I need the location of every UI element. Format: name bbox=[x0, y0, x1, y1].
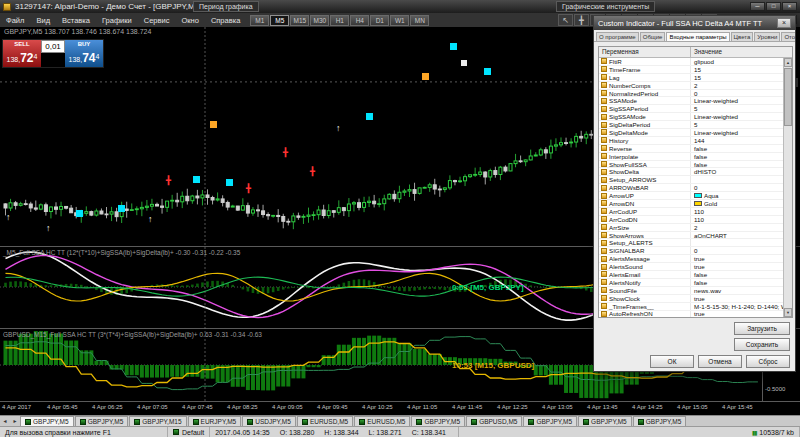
param-row[interactable]: ArrowDNGold bbox=[599, 200, 792, 208]
sell-button[interactable]: SELL 138,724 bbox=[3, 40, 41, 67]
chart-tab[interactable]: EURJPY,M5 bbox=[188, 416, 242, 426]
param-row[interactable]: ArrCodUP110 bbox=[599, 208, 792, 216]
menu-item[interactable]: Вид bbox=[30, 16, 56, 25]
dialog-tab[interactable]: Отображение bbox=[781, 32, 795, 41]
cursor-icon[interactable]: ↖ bbox=[558, 14, 573, 26]
param-value-cell[interactable]: false bbox=[691, 161, 792, 168]
param-value-cell[interactable]: 0 bbox=[691, 90, 792, 97]
tab-scroll-right-icon[interactable]: ► bbox=[10, 416, 20, 426]
param-value-cell[interactable]: glipuod bbox=[691, 58, 792, 65]
menu-item[interactable]: Справка bbox=[205, 16, 246, 25]
param-row[interactable]: AlertsNotifyfalse bbox=[599, 279, 792, 287]
param-value-cell[interactable]: 15 bbox=[691, 74, 792, 81]
param-value-cell[interactable]: 5 bbox=[691, 105, 792, 112]
param-row[interactable]: ARROWsBAR0 bbox=[599, 184, 792, 192]
param-row[interactable]: Interpolatefalse bbox=[599, 153, 792, 161]
param-row[interactable]: AlertsEmailfalse bbox=[599, 271, 792, 279]
param-value-cell[interactable]: 15 bbox=[691, 66, 792, 73]
profile-selector[interactable]: Default bbox=[168, 427, 210, 437]
dialog-tab[interactable]: Входные параметры bbox=[666, 32, 729, 41]
period-button-m1[interactable]: M1 bbox=[250, 15, 269, 26]
param-row[interactable]: History144 bbox=[599, 137, 792, 145]
crosshair-icon[interactable]: ╋ bbox=[574, 14, 589, 26]
reset-button[interactable]: Сброс bbox=[746, 355, 790, 368]
param-row[interactable]: Reversefalse bbox=[599, 145, 792, 153]
chart-tab[interactable]: GBPJPY,M5 bbox=[578, 416, 632, 426]
param-value-cell[interactable] bbox=[691, 239, 792, 246]
period-button-m30[interactable]: M30 bbox=[310, 15, 329, 26]
buy-button[interactable]: BUY 138,744 bbox=[65, 40, 103, 67]
param-value-cell[interactable]: true bbox=[691, 263, 792, 270]
window-maximize-icon[interactable]: □ bbox=[766, 2, 781, 11]
menu-item[interactable]: Графики bbox=[96, 16, 138, 25]
scroll-down-icon[interactable]: ▼ bbox=[784, 308, 792, 317]
param-row[interactable]: ShowFullSSAfalse bbox=[599, 161, 792, 169]
window-close-icon[interactable]: × bbox=[782, 2, 797, 11]
param-value-cell[interactable]: 2 bbox=[691, 82, 792, 89]
param-value-cell[interactable]: 110 bbox=[691, 216, 792, 223]
param-value-cell[interactable]: false bbox=[691, 145, 792, 152]
chart-tab[interactable]: GBPJPY,M5 bbox=[523, 416, 577, 426]
param-value-cell[interactable]: false bbox=[691, 153, 792, 160]
param-value-cell[interactable]: 0 bbox=[691, 184, 792, 191]
table-scrollbar[interactable]: ▲ ▼ bbox=[783, 58, 792, 317]
param-row[interactable]: SIGNALBAR0 bbox=[599, 247, 792, 255]
param-value-cell[interactable]: true bbox=[691, 255, 792, 262]
period-button-h1[interactable]: H1 bbox=[330, 15, 349, 26]
param-value-cell[interactable]: Linear-weighted bbox=[691, 97, 792, 104]
param-row[interactable]: SigDeltaModeLinear-weighted bbox=[599, 129, 792, 137]
param-value-cell[interactable]: 5 bbox=[691, 121, 792, 128]
param-value-cell[interactable]: news.wav bbox=[691, 287, 792, 294]
save-button[interactable]: Сохранить bbox=[734, 338, 790, 351]
param-row[interactable]: NumberComps2 bbox=[599, 82, 792, 90]
param-row[interactable]: Setup_ALERTS bbox=[599, 239, 792, 247]
lot-size-input[interactable]: 0,01 bbox=[41, 40, 65, 53]
chart-tab[interactable]: EURUSD,M5 bbox=[297, 416, 353, 426]
param-value-cell[interactable]: Gold bbox=[691, 200, 792, 207]
dialog-tab[interactable]: Общие bbox=[640, 32, 666, 41]
param-row[interactable]: SoundFilenews.wav bbox=[599, 287, 792, 295]
param-value-cell[interactable]: 0 bbox=[691, 247, 792, 254]
param-row[interactable]: _TimeFrames__M-1-5-15-30; H-1-240; D-144… bbox=[599, 303, 792, 311]
param-value-cell[interactable]: M-1-5-15-30; H-1-240; D-1440; W-... bbox=[691, 303, 792, 310]
param-value-cell[interactable]: false bbox=[691, 279, 792, 286]
param-value-cell[interactable]: true bbox=[691, 311, 792, 318]
param-value-cell[interactable]: Linear-weighted bbox=[691, 113, 792, 120]
window-minimize-icon[interactable]: ─ bbox=[750, 2, 765, 11]
param-value-cell[interactable]: true bbox=[691, 295, 792, 302]
dialog-close-icon[interactable]: × bbox=[777, 18, 791, 28]
dialog-titlebar[interactable]: Custom Indicator - Full SSA HC Delta A4 … bbox=[594, 16, 795, 30]
period-button-m15[interactable]: M15 bbox=[290, 15, 309, 26]
chart-tab[interactable]: GBPJPY,M5 bbox=[75, 416, 129, 426]
ok-button[interactable]: ОК bbox=[650, 355, 694, 368]
param-row[interactable]: ArrSize2 bbox=[599, 224, 792, 232]
menu-item[interactable]: Вставка bbox=[56, 16, 96, 25]
param-value-cell[interactable]: 2 bbox=[691, 224, 792, 231]
connection-status[interactable]: ▮▮ 10538/7 kb bbox=[747, 427, 800, 437]
load-button[interactable]: Загрузить bbox=[734, 322, 790, 335]
param-row[interactable]: NormalizedPeriod0 bbox=[599, 90, 792, 98]
chart-tab[interactable]: GBPJPY,M15 bbox=[129, 416, 186, 426]
param-row[interactable]: SigSSAModeLinear-weighted bbox=[599, 113, 792, 121]
param-row[interactable]: ShowArrowsaOnCHART bbox=[599, 232, 792, 240]
tab-scroll-left-icon[interactable]: ◄ bbox=[0, 416, 10, 426]
chart-tab[interactable]: GBPJPY,M5 bbox=[411, 416, 465, 426]
menu-item[interactable]: Файл bbox=[0, 16, 30, 25]
period-toolbar-caption[interactable]: Период графика bbox=[193, 1, 259, 12]
cancel-button[interactable]: Отмена bbox=[698, 355, 742, 368]
param-row[interactable]: ArrCodDN110 bbox=[599, 216, 792, 224]
param-value-cell[interactable]: 144 bbox=[691, 137, 792, 144]
chart-tab[interactable]: GBPJPY,M5 bbox=[20, 416, 74, 426]
param-row[interactable]: SSAModeLinear-weighted bbox=[599, 97, 792, 105]
param-value-cell[interactable]: aOnCHART bbox=[691, 232, 792, 239]
period-button-m5[interactable]: M5 bbox=[270, 15, 289, 26]
param-row[interactable]: Setup_ARROWS bbox=[599, 176, 792, 184]
scroll-up-icon[interactable]: ▲ bbox=[784, 58, 792, 67]
chart-tab[interactable]: GBPUSD,M5 bbox=[466, 416, 522, 426]
menu-item[interactable]: Окно bbox=[175, 16, 204, 25]
param-value-cell[interactable]: Linear-weighted bbox=[691, 129, 792, 136]
dialog-tab[interactable]: Уровни bbox=[754, 32, 780, 41]
param-row[interactable]: AlertsSoundtrue bbox=[599, 263, 792, 271]
param-row[interactable]: AlertsMessagetrue bbox=[599, 255, 792, 263]
chart-tab[interactable]: USDJPY,M5 bbox=[242, 416, 296, 426]
